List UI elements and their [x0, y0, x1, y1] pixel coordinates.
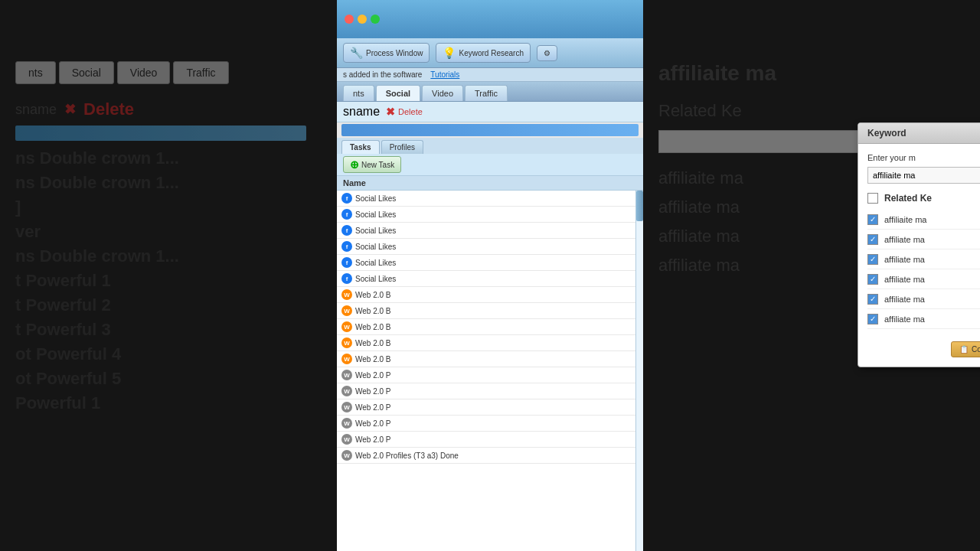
- bg-list-item: t Powerful 3: [15, 320, 322, 340]
- bg-list-item: ns Double crown 1...: [15, 246, 322, 266]
- bg-tab-video: Video: [117, 61, 171, 84]
- task-item[interactable]: W Web 2.0 P: [337, 383, 635, 399]
- task-item[interactable]: f Social Likes: [337, 255, 635, 271]
- task-item[interactable]: W Web 2.0 B: [337, 351, 635, 367]
- task-list: f Social Likes f Social Likes f Social L…: [337, 191, 635, 551]
- dialog-header: Keyword: [858, 123, 980, 144]
- facebook-icon: f: [341, 273, 352, 284]
- bg-list-item: ver: [15, 222, 322, 242]
- keyword-text: affiliate ma: [884, 275, 980, 284]
- task-name: Web 2.0 B: [355, 339, 391, 347]
- tab-nts[interactable]: nts: [343, 85, 374, 101]
- new-task-button[interactable]: ⊕ New Task: [343, 156, 401, 173]
- row-checkbox[interactable]: ✓: [867, 234, 878, 245]
- maximize-button[interactable]: [371, 15, 380, 24]
- task-item[interactable]: W Web 2.0 B: [337, 287, 635, 303]
- task-item[interactable]: W Web 2.0 P: [337, 367, 635, 383]
- keyword-text: affiliaite ma: [884, 215, 980, 224]
- web-icon: W: [341, 370, 352, 380]
- sub-tab-profiles[interactable]: Profiles: [381, 140, 423, 154]
- task-name: Web 2.0 B: [355, 307, 391, 315]
- task-name: Social Likes: [355, 275, 396, 283]
- settings-button[interactable]: ⚙: [537, 45, 557, 61]
- task-item[interactable]: f Social Likes: [337, 207, 635, 223]
- bg-username: sname: [15, 102, 57, 118]
- bg-list-item: ns Double crown 1...: [15, 148, 322, 168]
- task-name: Web 2.0 P: [355, 371, 391, 380]
- new-task-label: New Task: [361, 161, 394, 169]
- task-item[interactable]: W Web 2.0 B: [337, 303, 635, 319]
- nav-tabs: nts Social Video Traffic: [337, 82, 643, 102]
- keyword-text: affiliate ma: [884, 295, 980, 304]
- keyword-row: ✓ affiliate ma: [867, 269, 980, 289]
- task-name: Web 2.0 P: [355, 419, 391, 428]
- tab-traffic[interactable]: Traffic: [465, 85, 508, 101]
- keyword-research-label: Keyword Research: [459, 49, 523, 57]
- keyword-row: ✓ affiliate ma: [867, 289, 980, 309]
- process-window-label: Process Window: [366, 49, 423, 57]
- tab-video[interactable]: Video: [422, 85, 463, 101]
- bg-delete-label: Delete: [83, 99, 134, 119]
- task-name: Web 2.0 P: [355, 435, 391, 444]
- sub-tab-tasks[interactable]: Tasks: [341, 140, 380, 154]
- sub-nav: Tasks Profiles: [337, 138, 643, 154]
- task-item[interactable]: f Social Likes: [337, 239, 635, 255]
- task-list-container: f Social Likes f Social Likes f Social L…: [337, 191, 643, 551]
- task-item[interactable]: f Social Likes: [337, 271, 635, 287]
- keyword-input[interactable]: [867, 167, 980, 184]
- keyword-research-button[interactable]: 💡 Keyword Research: [436, 43, 530, 63]
- task-item[interactable]: f Social Likes: [337, 223, 635, 239]
- dialog-enter-label: Enter your m: [867, 153, 980, 162]
- web-icon: W: [341, 386, 352, 396]
- process-window-button[interactable]: 🔧 Process Window: [343, 43, 430, 63]
- row-checkbox[interactable]: ✓: [867, 314, 878, 324]
- delete-button[interactable]: ✖ Delete: [386, 106, 423, 118]
- task-item[interactable]: W Web 2.0 B: [337, 335, 635, 351]
- task-item[interactable]: f Social Likes: [337, 191, 635, 207]
- header-checkbox[interactable]: [867, 193, 878, 204]
- task-name: Social Likes: [355, 194, 396, 203]
- copy-icon: 📋: [959, 345, 969, 354]
- facebook-icon: f: [341, 257, 352, 268]
- copy-label: Copy to clipboard: [972, 345, 980, 354]
- row-checkbox[interactable]: ✓: [867, 214, 878, 225]
- bg-list-item: ot Powerful 4: [15, 344, 322, 364]
- task-item[interactable]: W Web 2.0 P: [337, 399, 635, 416]
- process-icon: 🔧: [350, 47, 363, 59]
- row-checkbox[interactable]: ✓: [867, 294, 878, 305]
- keyword-row: ✓ affiliate ma: [867, 230, 980, 249]
- task-name: Web 2.0 B: [355, 323, 391, 331]
- web-icon: W: [341, 305, 352, 316]
- bulb-icon: 💡: [443, 47, 456, 59]
- close-button[interactable]: [345, 15, 354, 24]
- background-left: nts Social Video Traffic sname ✖ Delete …: [0, 0, 337, 551]
- copy-to-clipboard-button[interactable]: 📋 Copy to clipboard: [951, 341, 980, 357]
- bg-tab-nts: nts: [15, 61, 56, 84]
- scroll-thumb[interactable]: [636, 191, 643, 221]
- bg-tab-social: Social: [59, 61, 114, 84]
- task-item[interactable]: W Web 2.0 Profiles (T3 a3) Done: [337, 448, 635, 464]
- task-name: Social Likes: [355, 210, 396, 219]
- task-name: Social Likes: [355, 243, 396, 251]
- minimize-button[interactable]: [358, 15, 367, 24]
- tutorials-link[interactable]: Tutorials: [430, 70, 459, 79]
- dialog-body: Enter your m Related Ke ✓ affiliaite ma …: [858, 144, 980, 367]
- tab-social[interactable]: Social: [376, 85, 420, 101]
- scroll-track: [636, 191, 643, 551]
- selection-bar: [341, 124, 639, 136]
- username-label: sname: [343, 105, 380, 119]
- scrollbar[interactable]: [635, 191, 643, 551]
- bg-related-label: Related Ke: [658, 101, 965, 121]
- dialog-title: Keyword: [867, 128, 906, 139]
- facebook-icon: f: [341, 241, 352, 252]
- bg-list-item: t Powerful 2: [15, 295, 322, 315]
- row-checkbox[interactable]: ✓: [867, 274, 878, 285]
- task-item[interactable]: W Web 2.0 P: [337, 416, 635, 432]
- task-item[interactable]: W Web 2.0 P: [337, 432, 635, 448]
- web-icon: W: [341, 354, 352, 364]
- task-item[interactable]: W Web 2.0 B: [337, 319, 635, 335]
- task-name: Web 2.0 B: [355, 355, 391, 364]
- keyword-row: ✓ affiliaite ma: [867, 210, 980, 230]
- keyword-text: affiliate ma: [884, 315, 980, 324]
- row-checkbox[interactable]: ✓: [867, 254, 878, 265]
